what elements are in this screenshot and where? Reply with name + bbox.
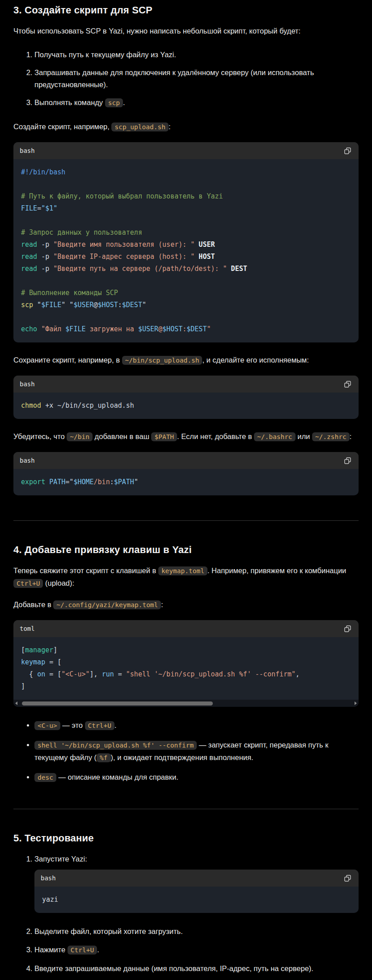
paragraph-add-to: Добавьте в ~/.config/yazi/keymap.toml:: [13, 599, 359, 611]
code-language-label: bash: [41, 872, 56, 884]
code-content: yazi: [34, 887, 359, 913]
copy-icon: [344, 147, 351, 155]
list-item: desc — описание команды для справки.: [34, 771, 359, 784]
code-content: export PATH="$HOME/bin:$PATH": [13, 469, 359, 495]
code-language-label: bash: [20, 380, 35, 388]
step-text: Запустите Yazi:: [34, 853, 359, 865]
code-block-header: bash: [13, 452, 359, 469]
inline-code: ~/bin: [67, 432, 93, 441]
copy-icon: [344, 380, 351, 388]
paragraph-create-script: Создайте скрипт, например, scp_upload.sh…: [13, 121, 359, 133]
paragraph-intro: Чтобы использовать SCP в Yazi, нужно нап…: [13, 25, 359, 37]
inline-code: shell '~/bin/scp_upload.sh %f' --confirm: [34, 741, 197, 750]
copy-code-button[interactable]: [343, 146, 352, 156]
code-block-yazi: bash yazi: [34, 870, 359, 913]
code-block-export: bash export PATH="$HOME/bin:$PATH": [13, 452, 359, 495]
step-item: Запустите Yazi: bash yazi: [34, 853, 359, 913]
copy-icon: [344, 874, 351, 882]
scroll-left-arrow[interactable]: [15, 701, 17, 705]
inline-code: <C-u>: [34, 721, 60, 730]
assistant-message: 3. Создайте скрипт для SCP Чтобы использ…: [0, 0, 372, 980]
list-item: Запрашивать данные для подключения к уда…: [34, 67, 359, 91]
code-block-header: bash: [34, 870, 359, 887]
code-block-header: toml: [13, 620, 359, 637]
inline-code: keymap.toml: [158, 566, 207, 575]
requirements-list: Получать путь к текущему файлу из Yazi. …: [13, 49, 359, 109]
code-language-label: toml: [20, 625, 35, 632]
inline-code: ~/.config/yazi/keymap.toml: [53, 600, 161, 609]
section-divider: [13, 520, 359, 521]
list-item: shell '~/bin/scp_upload.sh %f' --confirm…: [34, 739, 359, 764]
inline-code: ~/bin/scp_upload.sh: [122, 356, 203, 365]
inline-code: desc: [34, 773, 56, 782]
code-language-label: bash: [20, 457, 35, 464]
copy-code-button[interactable]: [343, 874, 352, 883]
section-heading-3: 3. Создайте скрипт для SCP: [13, 4, 359, 16]
copy-code-button[interactable]: [343, 624, 352, 634]
paragraph-save-script: Сохраните скрипт, например, в ~/bin/scp_…: [13, 354, 359, 367]
code-content: [manager]keymap = [ { on = ["<C-u>"], ru…: [13, 637, 359, 700]
step-item: Нажмите Ctrl+U.: [34, 944, 359, 956]
inline-code: Ctrl+U: [13, 579, 43, 588]
section-divider: [13, 809, 359, 809]
list-item: Выполнять команду scp.: [34, 97, 359, 109]
section-heading-5: 5. Тестирование: [13, 832, 359, 844]
inline-code: ~/.zshrc: [312, 432, 350, 441]
code-language-label: bash: [20, 147, 35, 154]
code-content: #!/bin/bash # Путь к файлу, который выбр…: [13, 159, 359, 342]
copy-icon: [344, 457, 351, 465]
code-block-header: bash: [13, 142, 359, 159]
section-heading-4: 4. Добавьте привязку клавиш в Yazi: [13, 544, 359, 556]
code-block-script: bash #!/bin/bash # Путь к файлу, который…: [13, 142, 359, 342]
inline-code: scp_upload.sh: [111, 122, 169, 131]
paragraph-bind-intro: Теперь свяжите этот скрипт с клавишей в …: [13, 565, 359, 590]
list-item: <C-u> — это Ctrl+U.: [34, 719, 359, 732]
copy-code-button[interactable]: [343, 380, 352, 389]
copy-code-button[interactable]: [343, 456, 352, 465]
inline-code: ~/.bashrc: [254, 432, 296, 441]
horizontal-scrollbar[interactable]: [13, 700, 359, 707]
list-item: Получать путь к текущему файлу из Yazi.: [34, 49, 359, 61]
inline-code: %f: [97, 753, 110, 762]
scrollbar-track[interactable]: [19, 701, 353, 705]
inline-code: Ctrl+U: [85, 721, 114, 730]
scroll-right-arrow[interactable]: [355, 701, 357, 705]
testing-steps-list: Запустите Yazi: bash yazi Выделите файл,…: [13, 853, 359, 980]
keymap-notes-list: <C-u> — это Ctrl+U. shell '~/bin/scp_upl…: [13, 719, 359, 784]
step-item: Введите запрашиваемые данные (имя пользо…: [34, 963, 359, 975]
paragraph-path-note: Убедитесь, что ~/bin добавлен в ваш $PAT…: [13, 431, 359, 443]
code-block-header: bash: [13, 376, 359, 393]
step-item: Выделите файл, который хотите загрузить.: [34, 925, 359, 938]
code-block-chmod: bash chmod +x ~/bin/scp_upload.sh: [13, 376, 359, 419]
code-content: chmod +x ~/bin/scp_upload.sh: [13, 393, 359, 419]
inline-code: scp: [105, 98, 123, 107]
inline-code: Ctrl+U: [68, 946, 97, 955]
inline-code: $PATH: [151, 432, 177, 441]
code-block-toml: toml [manager]keymap = [ { on = ["<C-u>"…: [13, 620, 359, 707]
scrollbar-thumb[interactable]: [22, 701, 212, 705]
copy-icon: [344, 625, 351, 633]
